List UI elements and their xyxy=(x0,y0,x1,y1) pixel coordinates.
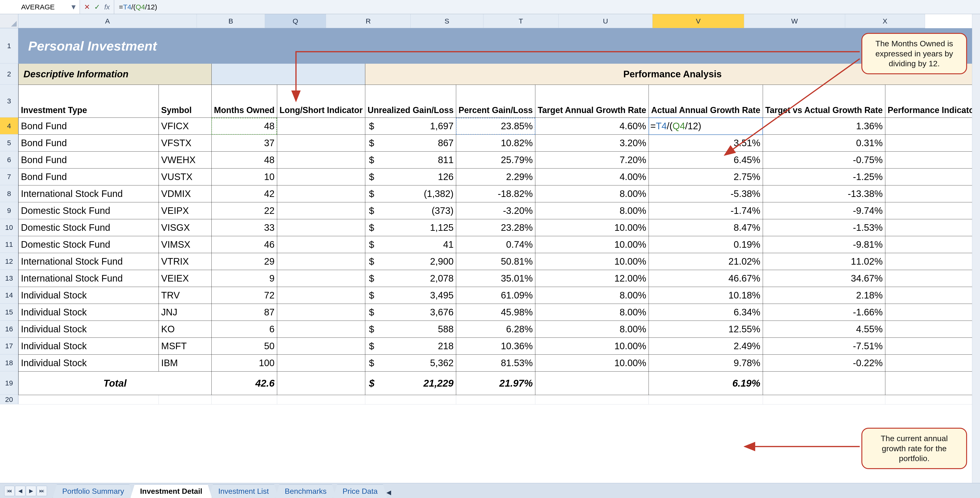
cell-T15[interactable]: 45.98% xyxy=(456,304,535,321)
cell-V9[interactable]: -1.74% xyxy=(649,202,763,219)
cell-X5[interactable] xyxy=(885,135,980,152)
tab-last-icon[interactable]: ⏭ xyxy=(37,486,47,496)
cell-X18[interactable] xyxy=(885,354,980,372)
cell-U9[interactable]: 8.00% xyxy=(535,202,649,219)
enter-icon[interactable]: ✓ xyxy=(94,3,100,11)
cell-S4[interactable]: $1,697 xyxy=(365,118,456,135)
cell-U18[interactable]: 10.00% xyxy=(535,354,649,372)
cell-A9[interactable]: Domestic Stock Fund xyxy=(19,202,159,219)
row-header-5[interactable]: 5 xyxy=(0,134,18,152)
cell-W11[interactable]: -9.81% xyxy=(763,236,885,253)
cell-r20c2[interactable] xyxy=(212,395,277,404)
cell-S10[interactable]: $1,125 xyxy=(365,219,456,236)
cell-A7[interactable]: Bond Fund xyxy=(19,169,159,185)
cell-T18[interactable]: 81.53% xyxy=(456,354,535,372)
cell-U15[interactable]: 8.00% xyxy=(535,304,649,321)
cell-S11[interactable]: $41 xyxy=(365,236,456,253)
col-header-Q[interactable]: Q xyxy=(265,14,326,28)
cell-U11[interactable]: 10.00% xyxy=(535,236,649,253)
cell-U19[interactable] xyxy=(535,372,649,395)
cell-U8[interactable]: 8.00% xyxy=(535,185,649,202)
name-box-dropdown-icon[interactable]: ▼ xyxy=(70,2,77,12)
cell-R17[interactable] xyxy=(277,338,365,354)
row-header-11[interactable]: 11 xyxy=(0,236,18,253)
cell-B18[interactable]: IBM xyxy=(159,354,212,372)
formula-input[interactable]: =T4/(Q4/12) xyxy=(114,3,157,11)
cell-X4[interactable] xyxy=(885,118,980,135)
cell-T4[interactable]: 23.85% xyxy=(456,118,535,135)
cell-U4[interactable]: 4.60% xyxy=(535,118,649,135)
cell-W18[interactable]: -0.22% xyxy=(763,354,885,372)
row-header-2[interactable]: 2 xyxy=(0,64,18,85)
row-header-13[interactable]: 13 xyxy=(0,270,18,287)
r1c6[interactable] xyxy=(535,29,649,64)
cell-W10[interactable]: -1.53% xyxy=(763,219,885,236)
cell-Q18[interactable]: 100 xyxy=(212,354,277,372)
cell-B5[interactable]: VFSTX xyxy=(159,135,212,152)
cell-A13[interactable]: International Stock Fund xyxy=(19,270,159,287)
cell-W14[interactable]: 2.18% xyxy=(763,287,885,304)
cell-R15[interactable] xyxy=(277,304,365,321)
cell-W8[interactable]: -13.38% xyxy=(763,185,885,202)
cell-W19[interactable] xyxy=(763,372,885,395)
section-q[interactable] xyxy=(212,64,365,85)
cell-V11[interactable]: 0.19% xyxy=(649,236,763,253)
hdr-Q[interactable]: Months Owned xyxy=(212,85,277,118)
cell-V7[interactable]: 2.75% xyxy=(649,169,763,185)
cell-V16[interactable]: 12.55% xyxy=(649,321,763,338)
cell-W7[interactable]: -1.25% xyxy=(763,169,885,185)
cell-r20c7[interactable] xyxy=(649,395,763,404)
cell-A10[interactable]: Domestic Stock Fund xyxy=(19,219,159,236)
cell-X11[interactable] xyxy=(885,236,980,253)
hdr-X[interactable]: Performance Indicator xyxy=(885,85,980,118)
cell-X17[interactable] xyxy=(885,338,980,354)
cell-B15[interactable]: JNJ xyxy=(159,304,212,321)
row-header-19[interactable]: 19 xyxy=(0,371,18,395)
cell-A6[interactable]: Bond Fund xyxy=(19,152,159,169)
cell-R13[interactable] xyxy=(277,270,365,287)
cell-U14[interactable]: 8.00% xyxy=(535,287,649,304)
cell-r20c5[interactable] xyxy=(456,395,535,404)
row-header-4[interactable]: 4 xyxy=(0,118,18,134)
cell-R14[interactable] xyxy=(277,287,365,304)
col-header-X[interactable]: X xyxy=(845,14,925,28)
cell-U5[interactable]: 3.20% xyxy=(535,135,649,152)
cell-R16[interactable] xyxy=(277,321,365,338)
row-header-9[interactable]: 9 xyxy=(0,202,18,219)
cell-A15[interactable]: Individual Stock xyxy=(19,304,159,321)
cell-W6[interactable]: -0.75% xyxy=(763,152,885,169)
cell-Q4[interactable]: 48 xyxy=(212,118,277,135)
cell-r20c3[interactable] xyxy=(277,395,365,404)
cell-R4[interactable] xyxy=(277,118,365,135)
col-header-T[interactable]: T xyxy=(484,14,558,28)
vertical-scrollbar[interactable] xyxy=(972,14,980,483)
cell-U16[interactable]: 8.00% xyxy=(535,321,649,338)
cell-r20c9[interactable] xyxy=(885,395,980,404)
row-header-12[interactable]: 12 xyxy=(0,253,18,270)
cell-X15[interactable] xyxy=(885,304,980,321)
hdr-T[interactable]: Percent Gain/Loss xyxy=(456,85,535,118)
cell-R7[interactable] xyxy=(277,169,365,185)
cell-S7[interactable]: $126 xyxy=(365,169,456,185)
cell-T13[interactable]: 35.01% xyxy=(456,270,535,287)
cell-T16[interactable]: 6.28% xyxy=(456,321,535,338)
cell-total-label[interactable]: Total xyxy=(19,372,212,395)
tab-first-icon[interactable]: ⏮ xyxy=(4,486,14,496)
tab-price-data[interactable]: Price Data xyxy=(333,484,387,498)
cell-T7[interactable]: 2.29% xyxy=(456,169,535,185)
hdr-V[interactable]: Actual Annual Growth Rate xyxy=(649,85,763,118)
cell-Q17[interactable]: 50 xyxy=(212,338,277,354)
hdr-A[interactable]: Investment Type xyxy=(19,85,159,118)
cell-X6[interactable] xyxy=(885,152,980,169)
title-cell[interactable]: Personal Investment xyxy=(19,29,212,64)
cell-r20c1[interactable] xyxy=(159,395,212,404)
col-header-R[interactable]: R xyxy=(326,14,410,28)
tab-investment-list[interactable]: Investment List xyxy=(208,484,278,498)
cell-U13[interactable]: 12.00% xyxy=(535,270,649,287)
cell-R5[interactable] xyxy=(277,135,365,152)
cell-V12[interactable]: 21.02% xyxy=(649,253,763,270)
tab-investment-detail[interactable]: Investment Detail xyxy=(130,484,212,498)
row-header-8[interactable]: 8 xyxy=(0,185,18,202)
cell-V8[interactable]: -5.38% xyxy=(649,185,763,202)
cell-r20c4[interactable] xyxy=(365,395,456,404)
